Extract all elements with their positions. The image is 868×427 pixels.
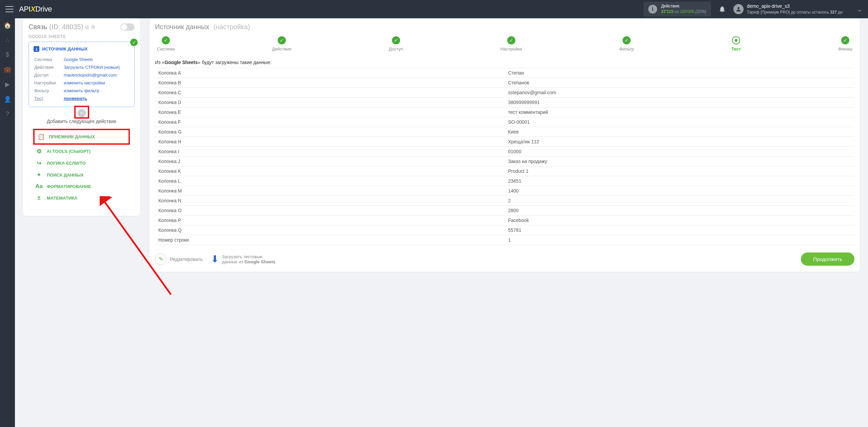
flow-icon[interactable]: ⛬ [4,37,11,44]
action-item-icon: Aa [35,183,43,190]
wizard-step[interactable]: ✓Действие [272,36,291,52]
table-row: Колонка HХрещатик 112 [155,137,854,147]
add-action-plus-icon[interactable]: + [78,109,86,117]
table-row: Колонка FSO-00001 [155,117,854,127]
side-nav: 🏠 ⛬ $ 💼 ▶ 👤 ? [0,18,15,427]
bell-icon[interactable] [718,5,726,13]
table-row: Колонка JЗаказ на продажу [155,157,854,166]
step-badge: 1 [34,46,39,52]
preview-table: Колонка AСтепанКолонка BСтепановКолонка … [155,68,854,245]
wizard-steps: ✓Система✓Действие✓Доступ✓Настройки✓Фильт… [155,36,854,52]
page-subtitle: (настройка) [213,23,250,31]
data-source-block[interactable]: ✓ 1 ИСТОЧНИК ДАННЫХ СистемаGoogle Sheets… [28,42,135,107]
table-row: Колонка Csstepanov@gmail.com [155,88,854,98]
table-row: Колонка I01000 [155,147,854,157]
page-title: Источник данных [155,23,209,31]
load-test-data-button[interactable]: ⬇ Загрузить тестовые данные из Google Sh… [211,253,275,265]
user-menu[interactable]: demo_apix-drive_s3 Тариф |Премиум PRO| д… [733,3,843,15]
add-action-title: Добавить следующее действие [33,119,130,124]
source-link[interactable]: maverickandrii@gmail.com [64,73,117,78]
connection-card: Связь (ID: 48035) ⧉ ⚙ GOOGLE SHEETS ✓ 1 … [23,18,140,216]
table-row: Колонка L23451 [155,176,854,186]
check-icon: ✓ [130,39,138,46]
chevron-down-icon[interactable]: ⌄ [857,5,863,13]
wizard-step[interactable]: ✓Настройки [500,36,522,52]
wizard-step[interactable]: Тест [731,36,741,52]
avatar-icon [733,4,744,14]
video-icon[interactable]: ▶ [5,81,10,88]
add-action-card: + Добавить следующее действие 📋ПРИЕМНИК … [28,113,135,210]
action-item-icon: ⚙ [35,148,43,155]
action-item-icon: ⌖ [35,171,43,178]
highlight-receiver: 📋ПРИЕМНИК ДАННЫХ [33,129,130,145]
table-row: Колонка KProduct 1 [155,166,854,176]
table-row: Колонка Q55781 [155,225,854,235]
table-row: Колонка D380999999991 [155,98,854,107]
edit-button[interactable]: ✎ Редактировать [155,253,203,265]
source-link[interactable]: Загрузить СТРОКИ (новые) [64,65,120,70]
table-row: Колонка BСтепанов [155,78,854,88]
source-link[interactable]: изменить фильтр [64,88,99,93]
copy-icon[interactable]: ⧉ [85,24,89,30]
table-row: Колонка GКиев [155,127,854,137]
source-test-link[interactable]: проверить [64,96,87,101]
continue-button[interactable]: Продолжить [801,252,854,266]
table-row: Колонка N2 [155,196,854,206]
add-action-item[interactable]: ⚙AI TOOLS (ChatGPT) [33,145,130,157]
pencil-icon: ✎ [155,253,166,265]
actions-counter[interactable]: i Действия: 22'115 из 100'000 (22%) [644,2,711,16]
table-row: Номер строки1 [155,235,854,245]
user-icon[interactable]: 👤 [4,96,11,103]
main-card: Источник данных (настройка) ✓Система✓Дей… [150,18,860,272]
source-service-label: GOOGLE SHEETS [28,34,135,39]
table-row: Колонка M1400 [155,186,854,196]
table-row: Колонка O2800 [155,206,854,216]
briefcase-icon[interactable]: 💼 [4,66,11,73]
topbar: APIXDrive i Действия: 22'115 из 100'000 … [0,0,868,18]
wizard-step[interactable]: ✓Финиш [838,36,852,52]
action-item-icon: 📋 [37,133,45,140]
logo[interactable]: APIXDrive [19,5,52,14]
table-row: Колонка PFacebook [155,216,854,225]
wizard-step[interactable]: ✓Система [157,36,175,52]
add-action-item[interactable]: 📋ПРИЕМНИК ДАННЫХ [35,131,128,143]
enable-toggle[interactable] [120,23,135,31]
dollar-icon[interactable]: $ [6,51,9,58]
add-action-item[interactable]: ↪ЛОГИКА ЕСЛИ/ТО [33,157,130,169]
wizard-step[interactable]: ✓Доступ [389,36,403,52]
logo-x: X [31,5,35,13]
wizard-step[interactable]: ✓Фильтр [619,36,634,52]
info-icon: i [648,5,657,14]
menu-icon[interactable] [5,6,14,12]
source-details: СистемаGoogle SheetsДействиеЗагрузить СТ… [34,55,130,103]
svg-point-0 [737,7,739,9]
action-item-icon: ± [35,195,43,201]
data-caption: Из «Google Sheets» будут загружены такие… [155,60,854,65]
table-row: Колонка Eтест комментарий [155,107,854,117]
action-item-icon: ↪ [35,160,43,167]
help-icon[interactable]: ? [6,110,9,118]
connection-title: Связь [28,23,47,31]
source-link[interactable]: Google Sheets [64,57,93,62]
upload-icon: ⬇ [211,253,219,265]
source-link[interactable]: изменить настройки [64,80,105,85]
add-action-item[interactable]: AaФОРМАТИРОВАНИЕ [33,181,130,192]
gear-icon[interactable]: ⚙ [91,24,95,30]
add-action-item[interactable]: ±МАТЕМАТИКА [33,192,130,204]
table-row: Колонка AСтепан [155,68,854,78]
home-icon[interactable]: 🏠 [4,22,11,29]
connection-id: (ID: 48035) [49,23,83,31]
add-action-item[interactable]: ⌖ПОИСК ДАННЫХ [33,169,130,181]
